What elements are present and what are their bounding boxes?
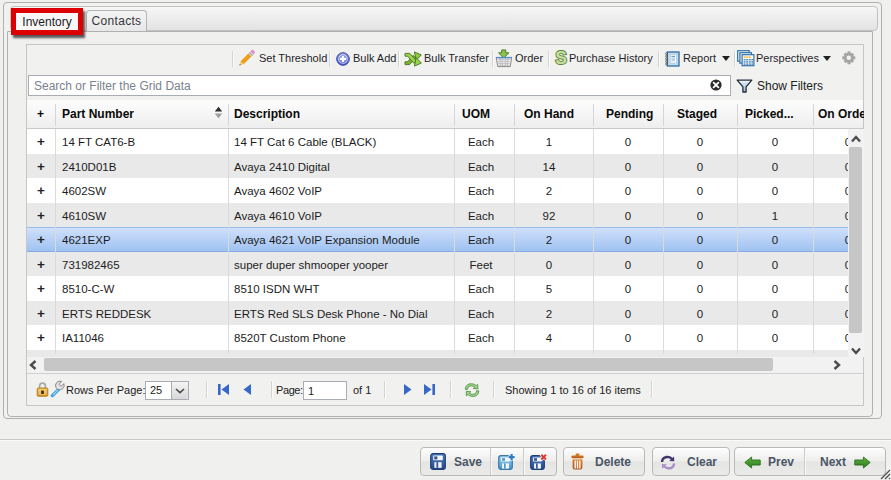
svg-text:S: S — [555, 48, 567, 67]
